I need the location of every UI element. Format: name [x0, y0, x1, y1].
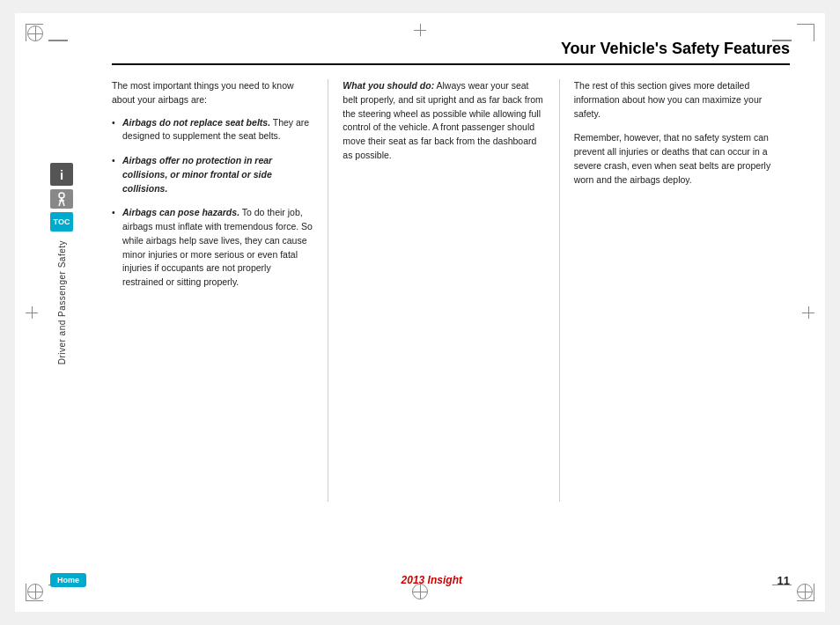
bullet-2: Airbags offer no protection in rear coll…	[112, 154, 313, 195]
bullet3-bold: Airbags can pose hazards.	[122, 207, 239, 217]
column3-para1: The rest of this section gives more deta…	[574, 79, 776, 121]
bullet2-bold: Airbags offer no protection in rear coll…	[122, 155, 272, 194]
sidebar: i TOC Driver and Passenger Safety	[50, 163, 73, 364]
column3-para2: Remember, however, that no safety system…	[574, 131, 776, 187]
page-number: 11	[777, 574, 790, 587]
document-page: i TOC Driver and Passenger Safety Your V…	[15, 13, 825, 612]
column1-intro: The most important things you need to kn…	[112, 79, 313, 107]
line-top-left	[48, 40, 68, 41]
svg-line-1	[59, 198, 62, 206]
reg-mark-top	[414, 24, 426, 36]
corner-mark-top-right	[797, 24, 814, 41]
column2-text: What you should do: Always wear your sea…	[343, 79, 544, 163]
page-title: Your Vehicle's Safety Features	[112, 40, 790, 65]
bullet1-bold: Airbags do not replace seat belts.	[122, 117, 270, 128]
circle-mark-bottom-left	[27, 584, 43, 599]
footer: Home 2013 Insight 11	[50, 573, 790, 587]
footer-title: 2013 Insight	[86, 574, 777, 586]
home-button[interactable]: Home	[50, 573, 86, 587]
circle-mark-bottom-right	[797, 584, 813, 599]
bullet-1: Airbags do not replace seat belts. They …	[112, 116, 313, 144]
content-area: The most important things you need to kn…	[112, 79, 790, 502]
seatbelt-icon[interactable]	[50, 189, 73, 209]
reg-mark-right	[802, 306, 814, 319]
line-top-right	[772, 40, 792, 41]
bullet-3: Airbags can pose hazards. To do their jo…	[112, 206, 313, 290]
bullet3-text: To do their job, airbags must inflate wi…	[122, 207, 313, 287]
column-3: The rest of this section gives more deta…	[560, 79, 790, 502]
column-2: What you should do: Always wear your sea…	[328, 79, 559, 502]
reg-mark-left	[26, 306, 38, 319]
toc-icon[interactable]: TOC	[50, 212, 73, 232]
column-1: The most important things you need to kn…	[112, 79, 328, 502]
column2-body: Always wear your seat belt properly, and…	[343, 80, 542, 160]
bullet-list: Airbags do not replace seat belts. They …	[112, 116, 313, 290]
what-should-do-label: What you should do:	[343, 80, 434, 91]
circle-mark-top-left	[27, 26, 43, 41]
svg-line-2	[62, 198, 64, 206]
info-icon[interactable]: i	[50, 163, 73, 186]
svg-point-0	[59, 193, 64, 198]
sidebar-label: Driver and Passenger Safety	[57, 240, 67, 364]
